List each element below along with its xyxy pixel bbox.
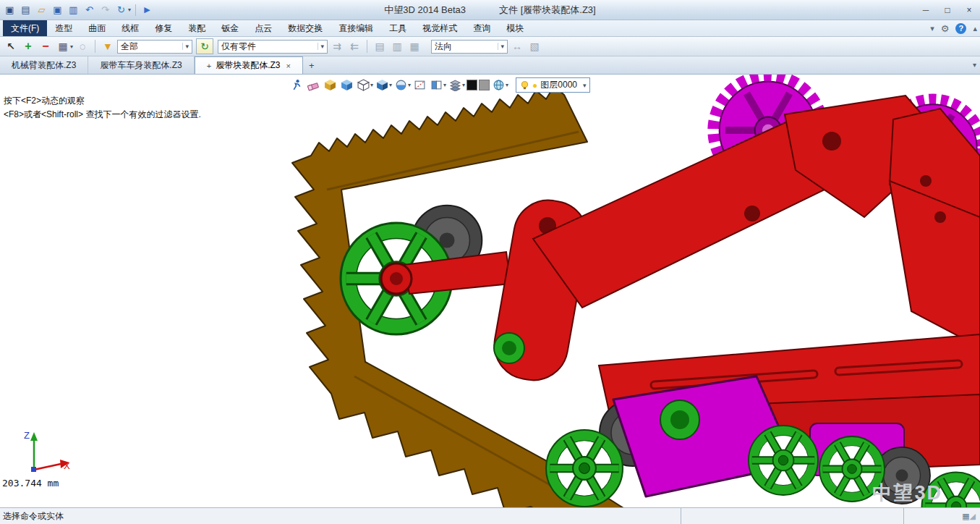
z-axis-arrow (30, 432, 38, 441)
road-wheel-1[interactable] (546, 430, 623, 507)
minimize-button[interactable]: ─ (915, 2, 937, 18)
section-circle-icon[interactable] (393, 77, 409, 93)
pin-ribbon-icon[interactable]: ▴ (973, 24, 977, 33)
close-button[interactable]: × (958, 2, 980, 18)
globe-dropdown-icon[interactable]: ▾ (506, 82, 508, 88)
half-section-icon[interactable] (429, 77, 444, 93)
measurement-readout: 203.744 mm (2, 478, 59, 489)
menu-inquire[interactable]: 查询 (465, 20, 498, 36)
qat-separator (135, 4, 136, 16)
shaded-dropdown-icon[interactable]: ▾ (389, 82, 392, 88)
pick-arrow-icon[interactable]: ↖ (3, 38, 19, 54)
filter-combo-arrow-icon[interactable]: ▾ (182, 43, 189, 50)
new-file-icon[interactable]: ▤ (19, 3, 33, 17)
add-selection-icon[interactable]: + (20, 38, 36, 54)
ribbon-expand-icon[interactable]: ▾ (930, 24, 934, 33)
list-mode-a-icon[interactable]: ▤ (372, 38, 388, 54)
transfer-left-icon[interactable]: ⇇ (346, 38, 362, 54)
menu-pointcloud[interactable]: 点云 (247, 20, 280, 36)
settings-gear-icon[interactable]: ⚙ (941, 23, 950, 34)
scene-3d[interactable]: Z X (0, 75, 980, 507)
normal-combobox[interactable]: 法向 ▾ (431, 40, 508, 54)
play-icon[interactable]: ▶ (140, 3, 154, 17)
black-swatch[interactable] (466, 80, 477, 90)
status-message: 选择命令或实体 (0, 510, 681, 523)
layer-combobox[interactable]: ● 图层0000 ▾ (516, 77, 589, 93)
menu-wireframe[interactable]: 线框 (114, 20, 147, 36)
tab-arm-assembly[interactable]: 机械臂装配体.Z3 (0, 56, 88, 74)
diagonal-tool-icon[interactable]: ↔ (509, 38, 525, 54)
cube-shaded-icon[interactable] (375, 77, 390, 93)
layers-dropdown-icon[interactable]: ▾ (462, 82, 465, 88)
sync-dropdown-icon[interactable]: ▾ (128, 7, 131, 13)
bulb-icon[interactable] (519, 80, 529, 90)
half-section-dropdown-icon[interactable]: ▾ (443, 82, 446, 88)
grid-pick-icon[interactable]: ▦ (55, 38, 71, 54)
x-axis-label: X (64, 460, 70, 471)
sync-icon[interactable]: ↻ (114, 3, 128, 17)
menu-file[interactable]: 文件(F) (3, 20, 47, 36)
lasso-pick-icon[interactable]: ◌ (74, 38, 90, 54)
save-all-icon[interactable]: ▥ (67, 3, 80, 17)
layer-dropdown-icon[interactable]: ▾ (583, 82, 587, 89)
coordinate-triad: Z X (24, 430, 70, 472)
filter-combobox[interactable]: 全部 ▾ (117, 40, 192, 54)
resize-grip-icon[interactable]: ◢ (970, 512, 977, 521)
redo-icon[interactable]: ↷ (98, 3, 112, 17)
normal-combo-arrow-icon[interactable]: ▾ (498, 43, 504, 50)
gray-swatch[interactable] (479, 80, 490, 90)
document-title: 文件 [履带块装配体.Z3] (499, 4, 596, 17)
part-doc-icon: + (207, 62, 211, 70)
normal-value: 法向 (435, 41, 452, 53)
section-dropdown-icon[interactable]: ▾ (408, 82, 411, 88)
menu-shape[interactable]: 造型 (47, 20, 80, 36)
save-icon[interactable]: ▣ (51, 3, 64, 17)
globe-icon[interactable] (491, 77, 506, 93)
list-mode-c-icon[interactable]: ▦ (406, 38, 422, 54)
tab-track-block-assembly[interactable]: + 履带块装配体.Z3 × (195, 56, 303, 74)
cube-wireframe-icon[interactable] (356, 77, 371, 93)
menu-repair[interactable]: 修复 (147, 20, 180, 36)
pick-level-combo-arrow-icon[interactable]: ▾ (318, 43, 324, 50)
tab-overflow-icon[interactable]: ▾ (973, 61, 976, 69)
animate-icon[interactable] (289, 77, 304, 93)
layers-icon[interactable] (448, 77, 463, 93)
maximize-button[interactable]: □ (937, 2, 958, 18)
menu-dataexchange[interactable]: 数据交换 (280, 20, 331, 36)
tab-body-assembly[interactable]: 履带车车身装配体.Z3 (88, 56, 194, 74)
pick-level-combobox[interactable]: 仅有零件 ▾ (218, 40, 328, 54)
menu-surface[interactable]: 曲面 (80, 20, 114, 36)
menu-modules[interactable]: 模块 (498, 20, 532, 36)
transfer-right-icon[interactable]: ⇉ (329, 38, 345, 54)
section-box-icon[interactable] (412, 77, 427, 93)
menu-sheetmetal[interactable]: 钣金 (213, 20, 247, 36)
undo-icon[interactable]: ↶ (82, 3, 96, 17)
hint-text: 按下<F2>动态的观察 <F8>或者<Shift-roll> 查找下一个有效的过… (4, 94, 201, 122)
new-tab-button[interactable]: + (303, 56, 320, 74)
cube-blue-icon[interactable] (339, 77, 354, 93)
filter-icon[interactable]: ▼ (100, 38, 116, 54)
wheel-axle-center (390, 272, 403, 285)
cube-yellow-icon[interactable] (323, 77, 338, 93)
open-file-icon[interactable]: ▱ (35, 3, 48, 17)
arm-hole-2 (920, 175, 932, 187)
cross-tool-icon[interactable]: ▧ (527, 38, 542, 54)
menu-directedit[interactable]: 直接编辑 (331, 20, 381, 36)
triad-origin (31, 467, 36, 472)
menu-assembly[interactable]: 装配 (180, 20, 213, 36)
status-grid-icon[interactable]: ▦ (962, 512, 969, 521)
arm-hole-1 (744, 206, 760, 221)
wireframe-dropdown-icon[interactable]: ▾ (370, 82, 373, 88)
layer-name: 图层0000 (540, 79, 577, 91)
refresh-filter-button[interactable]: ↻ (196, 38, 213, 54)
menu-visualstyle[interactable]: 视觉样式 (414, 20, 465, 36)
help-icon[interactable]: ? (955, 23, 966, 34)
eraser-icon[interactable] (306, 77, 321, 93)
list-mode-b-icon[interactable]: ▥ (389, 38, 405, 54)
menu-tools[interactable]: 工具 (381, 20, 414, 36)
grid-pick-dropdown-icon[interactable]: ▾ (70, 43, 73, 50)
tab-close-icon[interactable]: × (286, 62, 290, 70)
viewport[interactable]: Z X 按下<F2>动态的观察 <F8>或者<Shift-roll> 查找下一个… (0, 75, 980, 507)
road-wheel-2[interactable] (749, 426, 818, 495)
remove-selection-icon[interactable]: − (38, 38, 54, 54)
